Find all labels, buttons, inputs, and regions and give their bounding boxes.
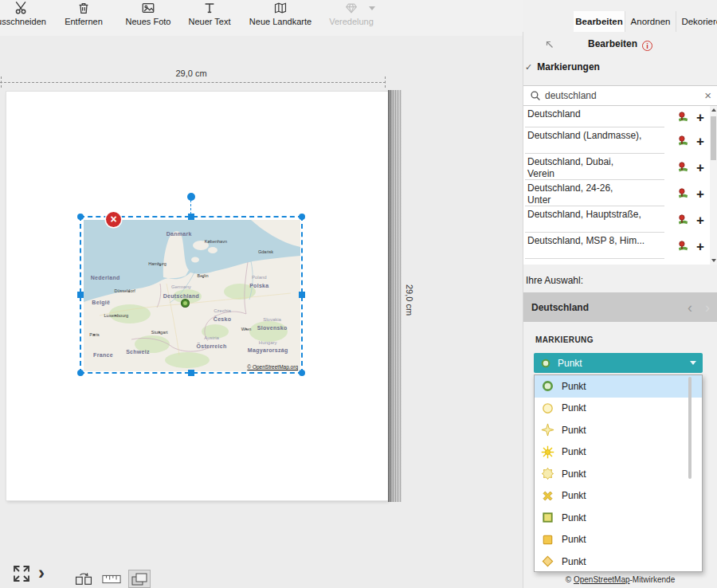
option-label: Punkt	[562, 381, 586, 392]
scrollbar-thumb[interactable]	[711, 116, 716, 160]
marker-icon[interactable]	[677, 187, 689, 199]
map-icon	[272, 1, 288, 15]
text-icon	[202, 1, 217, 15]
ruler-tick-right	[385, 76, 386, 88]
result-line-2: Unter	[527, 194, 660, 206]
add-marker-button[interactable]	[696, 187, 704, 199]
dropdown-option[interactable]: Punkt	[535, 507, 702, 529]
marker-icon[interactable]	[677, 214, 689, 225]
tab[interactable]: Bearbeiten	[574, 11, 625, 32]
dropdown-option[interactable]: Punkt	[535, 551, 702, 572]
layers-toggle-button[interactable]	[129, 570, 150, 587]
info-icon[interactable]	[642, 41, 652, 51]
panel-title-text: Bearbeiten	[588, 38, 637, 49]
prev-selection-arrow[interactable]	[688, 300, 692, 315]
point-yellow-circle-icon	[541, 402, 554, 415]
dropdown-option[interactable]: Punkt	[535, 441, 702, 464]
marker-icon[interactable]	[677, 135, 689, 147]
markierungen-label: Markierungen	[537, 61, 600, 73]
handle-top-left[interactable]	[77, 214, 84, 220]
toolbar-button[interactable]: Neue Landkarte	[243, 0, 318, 36]
option-label: Punkt	[562, 402, 586, 414]
view-toolbar	[73, 570, 150, 587]
scroll-down-arrow[interactable]	[711, 259, 716, 262]
toolbar-button[interactable]: Neues Foto	[116, 0, 181, 36]
scissors-icon	[14, 1, 29, 15]
dropdown-option[interactable]: Punkt	[535, 463, 702, 485]
dropdown-option[interactable]: Punkt	[535, 398, 702, 420]
option-label: Punkt	[562, 468, 586, 480]
search-box	[523, 85, 717, 106]
clear-search-icon[interactable]	[704, 90, 711, 101]
handle-bottom-left[interactable]	[77, 370, 84, 376]
markierung-heading: MARKIERUNG	[535, 335, 594, 344]
option-label: Punkt	[562, 534, 586, 545]
remove-marker-badge[interactable]	[106, 212, 121, 227]
fullscreen-button[interactable]	[11, 563, 32, 584]
options-scrollbar-thumb[interactable]	[688, 377, 692, 479]
marker-style-dropdown[interactable]: Punkt	[534, 353, 703, 373]
handle-top-right[interactable]	[299, 214, 305, 220]
point-yellow-star-icon	[541, 423, 554, 437]
dropdown-option[interactable]: Punkt	[535, 419, 702, 441]
search-result-row[interactable]: Deutschland	[523, 106, 711, 127]
selected-place-label: Deutschland	[531, 302, 688, 313]
attribution-link[interactable]: OpenStreetMap	[574, 575, 630, 584]
dropdown-option[interactable]: Punkt	[535, 375, 702, 398]
toolbar-button[interactable]: Entfernen	[51, 0, 116, 36]
option-label: Punkt	[562, 512, 586, 523]
point-yellow-sun-icon	[541, 445, 554, 459]
toolbar-button[interactable]: Neuer Text	[177, 0, 242, 36]
point-yellow-square-icon	[541, 533, 554, 547]
book-spine	[388, 90, 402, 502]
next-page-chevron[interactable]	[38, 562, 45, 584]
ruler-label-width: 29,0 cm	[151, 69, 231, 78]
checkmark-icon	[525, 62, 532, 73]
next-selection-arrow[interactable]	[705, 300, 710, 315]
rotation-handle[interactable]	[187, 193, 195, 201]
result-line-1: Deutschland, Dubai,	[527, 156, 660, 168]
marker-icon[interactable]	[677, 161, 689, 173]
side-panel: Bearbeiten Markierungen Deutschland Deut…	[523, 32, 717, 588]
dropdown-option[interactable]: Punkt	[535, 529, 702, 551]
search-result-row[interactable]: Deutschland, 24-26, Unter	[523, 180, 711, 206]
tab[interactable]: Anordnen	[625, 11, 676, 32]
add-marker-button[interactable]	[696, 240, 704, 252]
handle-bottom-middle[interactable]	[188, 370, 194, 376]
marker-icon[interactable]	[677, 240, 689, 252]
marker-icon[interactable]	[677, 111, 689, 123]
result-actions	[677, 161, 704, 173]
toolbar-button[interactable]: usschneiden	[0, 0, 54, 36]
turn-page-button[interactable]	[73, 570, 94, 587]
result-line-1: Deutschland (Landmasse),	[527, 130, 660, 142]
finishing-icon	[343, 1, 359, 15]
main-toolbar: usschneiden Entfernen Neues Foto Neuer T…	[0, 0, 523, 36]
result-actions	[677, 187, 704, 199]
results-scrollbar[interactable]	[710, 106, 717, 265]
scroll-up-arrow[interactable]	[711, 108, 716, 112]
tab[interactable]: Dekorieren	[676, 11, 717, 32]
dropdown-option[interactable]: Punkt	[535, 485, 702, 508]
markierungen-section-header[interactable]: Markierungen	[525, 61, 600, 73]
chevron-down-icon	[690, 361, 696, 365]
add-marker-button[interactable]	[696, 111, 704, 123]
handle-middle-right[interactable]	[299, 292, 305, 298]
dropdown-selected-label: Punkt	[558, 358, 684, 369]
layers-icon	[130, 572, 149, 586]
toolbar-button[interactable]: Veredelung	[318, 0, 385, 36]
search-result-row[interactable]: Deutschland (Landmasse),	[523, 127, 711, 154]
search-input[interactable]	[545, 90, 700, 101]
search-result-row[interactable]: Deutschland, MSP 8, Him...	[523, 233, 711, 259]
add-marker-button[interactable]	[696, 161, 704, 173]
search-result-row[interactable]: Deutschland, Hauptstraße,	[523, 206, 711, 233]
search-result-row[interactable]: Deutschland, Dubai, Verein	[523, 154, 711, 180]
turn-page-icon	[74, 572, 93, 586]
handle-middle-left[interactable]	[77, 292, 84, 298]
add-marker-button[interactable]	[696, 214, 704, 225]
option-label: Punkt	[562, 446, 586, 457]
handle-top-middle[interactable]	[188, 214, 194, 220]
marker-style-options: Punkt Punkt Punkt Punkt Punkt	[534, 374, 703, 572]
add-marker-button[interactable]	[696, 135, 704, 147]
handle-bottom-right[interactable]	[299, 370, 305, 376]
ruler-toggle-button[interactable]	[101, 570, 122, 587]
